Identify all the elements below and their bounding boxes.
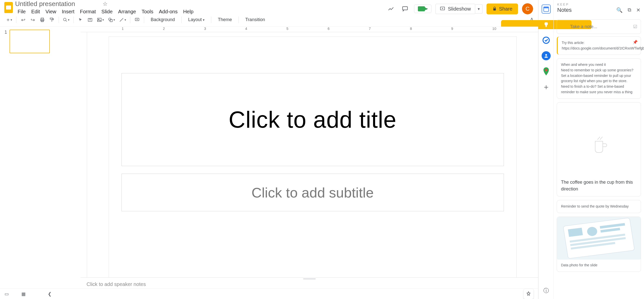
ruler-tick: 1	[122, 27, 124, 31]
svg-rect-2	[403, 7, 408, 10]
info-icon[interactable]: ⓘ	[543, 287, 549, 294]
ruler-tick: 8	[410, 27, 412, 31]
contacts-icon[interactable]	[542, 51, 551, 60]
keep-note[interactable]: 📌 Try this article: https://docs.google.…	[557, 36, 641, 55]
svg-rect-15	[98, 18, 101, 21]
line-tool[interactable]: ▾	[118, 16, 127, 24]
shape-tool[interactable]: ▾	[107, 16, 116, 24]
ruler-tick: 9	[451, 27, 453, 31]
share-label: Share	[499, 6, 512, 12]
theme-button[interactable]: Theme	[214, 17, 235, 22]
keep-note[interactable]: The coffee goes in the cup from this dir…	[557, 102, 641, 197]
new-list-icon[interactable]: ☑	[633, 24, 637, 29]
keep-notes-list[interactable]: 📌 Try this article: https://docs.google.…	[554, 36, 644, 299]
svg-rect-24	[544, 7, 549, 8]
keep-note[interactable]: When and where you need it Need to remem…	[557, 58, 641, 98]
keep-panel: KEEP Notes 🔍 ⧉ ✕ ＋ Take a note... ☑ 📌 Tr…	[553, 0, 644, 299]
redo-button[interactable]: ↪	[29, 16, 36, 24]
collapse-filmstrip-icon[interactable]: ❮	[48, 291, 52, 297]
activity-icon[interactable]	[386, 4, 396, 14]
svg-rect-1	[6, 6, 11, 10]
star-icon[interactable]: ☆	[103, 1, 108, 7]
slide-stage[interactable]: Click to add title Click to add subtitle	[87, 32, 538, 277]
slide-index: 1	[4, 30, 7, 53]
paint-format-button[interactable]	[48, 16, 56, 24]
add-addon-icon[interactable]: ＋	[542, 82, 551, 91]
textbox-tool[interactable]	[86, 16, 94, 24]
account-avatar[interactable]: C	[522, 3, 533, 14]
ruler-tick: 3	[204, 27, 206, 31]
slides-app: ☆ File Edit View Insert Format Slide Arr…	[0, 0, 538, 299]
slideshow-dropdown[interactable]: ▾	[475, 4, 482, 14]
note-caption: Data photo for the slide	[557, 260, 641, 268]
side-panel-rail: ＋ ⓘ	[538, 0, 553, 299]
slideshow-button[interactable]: Slideshow	[435, 4, 475, 14]
speaker-notes-input[interactable]: Click to add speaker notes	[80, 280, 538, 288]
keep-search-icon[interactable]: 🔍	[616, 7, 623, 13]
ruler-tick: 2	[163, 27, 165, 31]
svg-point-10	[63, 18, 66, 21]
title-placeholder[interactable]: Click to add title	[122, 73, 504, 166]
keep-note[interactable]: Reminder to send the quote by Wednesday	[557, 200, 641, 213]
svg-rect-18	[110, 19, 112, 22]
canvas-area: 1 2 3 4 5 6 7 8 9 10 Click to add title …	[80, 27, 538, 288]
select-tool[interactable]	[77, 16, 84, 24]
svg-rect-5	[493, 8, 496, 10]
maps-icon[interactable]	[542, 67, 551, 76]
take-note-placeholder: Take a note...	[570, 24, 597, 29]
bottom-bar: ▭ ▦ ❮	[0, 288, 538, 299]
lock-icon	[492, 6, 497, 11]
filmstrip-view-icon[interactable]: ▭	[5, 291, 9, 297]
ruler-tick: 6	[328, 27, 330, 31]
filmstrip-slide[interactable]: 1	[4, 30, 77, 53]
note-image	[557, 217, 641, 260]
zoom-button[interactable]: ▾	[62, 16, 70, 24]
note-body: Try this article: https://docs.google.co…	[562, 41, 644, 50]
keep-note[interactable]: Data photo for the slide	[557, 217, 641, 272]
share-button[interactable]: Share	[487, 4, 518, 14]
ruler-horizontal[interactable]: 1 2 3 4 5 6 7 8 9 10	[80, 27, 538, 32]
note-body: Reminder to send the quote by Wednesday	[561, 204, 629, 208]
slide-thumbnail[interactable]	[10, 30, 50, 53]
image-tool[interactable]: ▾	[96, 16, 105, 24]
svg-line-19	[120, 18, 123, 21]
keep-open-icon[interactable]: ⧉	[628, 7, 631, 13]
speaker-notes-resize[interactable]	[80, 277, 538, 280]
calendar-icon[interactable]	[542, 5, 551, 14]
ruler-vertical[interactable]	[80, 32, 87, 277]
ruler-tick: 5	[287, 27, 289, 31]
take-note-input[interactable]: ＋ Take a note... ☑	[557, 19, 641, 34]
comments-icon[interactable]	[400, 4, 410, 14]
pin-icon[interactable]: 📌	[633, 39, 638, 45]
slideshow-label: Slideshow	[448, 6, 471, 12]
ruler-tick: 10	[492, 27, 496, 31]
title-bar: ☆ File Edit View Insert Format Slide Arr…	[0, 0, 538, 13]
new-slide-button[interactable]: ＋▾	[5, 16, 13, 24]
meet-button[interactable]: ▾	[414, 5, 431, 13]
keep-close-icon[interactable]: ✕	[636, 7, 640, 13]
undo-button[interactable]: ↩	[19, 16, 27, 24]
tasks-icon[interactable]	[542, 36, 551, 45]
filmstrip[interactable]: 1	[0, 27, 80, 288]
explore-button[interactable]	[524, 289, 534, 299]
note-drawing	[561, 106, 637, 179]
plus-icon: ＋	[560, 23, 567, 31]
slide[interactable]: Click to add title Click to add subtitle	[109, 37, 516, 277]
subtitle-placeholder[interactable]: Click to add subtitle	[122, 174, 504, 211]
toolbar: ＋▾ ↩ ↪ ▾ ▾ ▾ ▾ Background Layout Theme T…	[0, 13, 538, 27]
meet-icon	[418, 6, 425, 11]
transition-button[interactable]: Transition	[242, 17, 268, 22]
ruler-tick: 7	[369, 27, 371, 31]
print-button[interactable]	[38, 16, 46, 24]
slides-logo-icon[interactable]	[3, 2, 14, 13]
comment-tool[interactable]	[133, 16, 141, 24]
keep-header: KEEP Notes 🔍 ⧉ ✕	[554, 0, 644, 15]
svg-line-11	[66, 20, 67, 22]
grid-view-icon[interactable]: ▦	[21, 291, 25, 297]
svg-rect-25	[545, 26, 547, 27]
layout-button[interactable]: Layout	[185, 17, 208, 22]
document-title-input[interactable]	[15, 0, 101, 8]
title-right-cluster: ▾ Slideshow ▾ Share C	[386, 1, 533, 14]
svg-rect-9	[50, 18, 53, 19]
background-button[interactable]: Background	[147, 17, 178, 22]
